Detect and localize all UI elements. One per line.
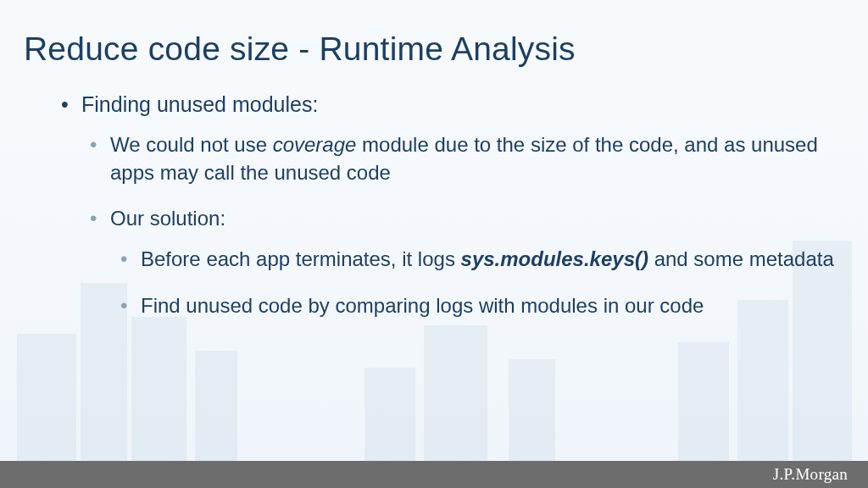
brand-logo: J.P.Morgan [773,465,848,484]
coverage-word: coverage [273,133,357,156]
bullet-l1: Finding unused modules: We could not use… [61,92,843,319]
slide-title: Reduce code size - Runtime Analysis [24,30,576,68]
text-frag: and some metadata [648,247,834,270]
bullet-l2-solution: Our solution: Before each app terminates… [90,205,843,319]
bullet-l2-solution-text: Our solution: [110,207,225,230]
bullet-l3-compare: Find unused code by comparing logs with … [120,292,843,319]
slide-content: Finding unused modules: We could not use… [61,92,843,338]
footer-bar: J.P.Morgan [0,461,868,488]
bullet-l2-coverage: We could not use coverage module due to … [90,131,843,186]
text-frag: We could not use [110,133,273,156]
slide: Reduce code size - Runtime Analysis Find… [0,0,868,488]
bullet-l3-compare-text: Find unused code by comparing logs with … [141,294,704,317]
bullet-l1-text: Finding unused modules: [81,92,318,116]
text-frag: Before each app terminates, it logs [141,247,461,270]
bullet-l3-log: Before each app terminates, it logs sys.… [120,246,843,273]
sys-modules-keys: sys.modules.keys() [461,247,648,270]
